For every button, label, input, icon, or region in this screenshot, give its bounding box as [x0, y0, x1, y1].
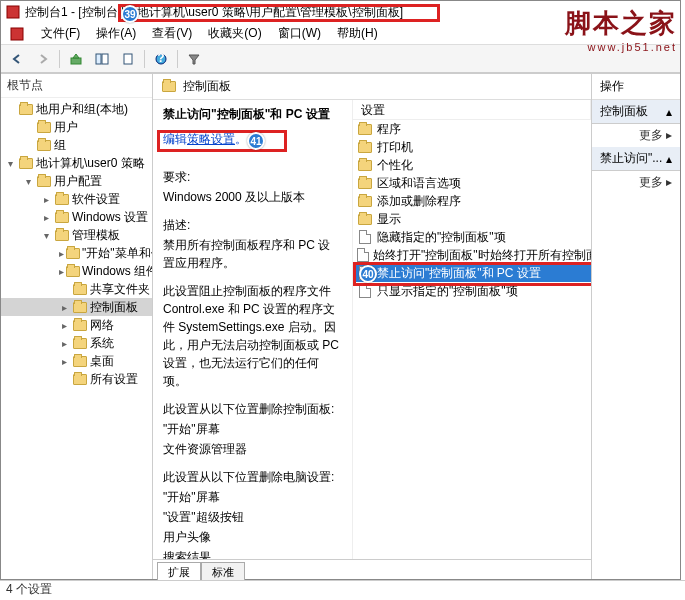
tree-item[interactable]: ▾管理模板	[1, 226, 152, 244]
tree-item[interactable]: 共享文件夹	[1, 280, 152, 298]
tree-item[interactable]: ▸Windows 组件	[1, 262, 152, 280]
forward-button[interactable]	[31, 48, 55, 70]
tab-standard[interactable]: 标准	[201, 562, 245, 580]
tree-item[interactable]: ▸Windows 设置	[1, 208, 152, 226]
policy-icon	[357, 283, 373, 299]
tree-item[interactable]: 地用户和组(本地)	[1, 100, 152, 118]
expand-icon[interactable]: ▸	[59, 266, 64, 277]
back-button[interactable]	[5, 48, 29, 70]
requirements-value: Windows 2000 及以上版本	[163, 188, 342, 206]
tree-item[interactable]: ▸"开始"菜单和任务栏	[1, 244, 152, 262]
setting-item[interactable]: 隐藏指定的"控制面板"项	[353, 228, 591, 246]
svg-rect-4	[102, 54, 108, 64]
help-button[interactable]: ?	[149, 48, 173, 70]
menu-window[interactable]: 窗口(W)	[278, 25, 321, 42]
items-column-header[interactable]: 设置	[353, 100, 591, 119]
expand-icon[interactable]: ▸	[59, 302, 70, 313]
tree-item[interactable]: 所有设置	[1, 370, 152, 388]
export-button[interactable]	[116, 48, 140, 70]
expand-icon[interactable]: ▸	[41, 212, 52, 223]
setting-item-label: 只显示指定的"控制面板"项	[377, 283, 518, 300]
expand-icon[interactable]: ▸	[59, 248, 64, 259]
folder-icon	[66, 263, 80, 279]
expand-icon[interactable]: ▾	[5, 158, 16, 169]
actions-section-1[interactable]: 控制面板▴	[592, 100, 680, 124]
setting-item[interactable]: 个性化	[353, 156, 591, 174]
filter-button[interactable]	[182, 48, 206, 70]
folder-icon	[36, 119, 52, 135]
actions-more-1[interactable]: 更多 ▸	[592, 124, 680, 147]
center-pane: 控制面板 禁止访问"控制面板"和 PC 设置 编辑策略设置。 41 要求: Wi…	[153, 74, 592, 579]
up-button[interactable]	[64, 48, 88, 70]
expand-icon[interactable]	[23, 140, 34, 151]
tree-header: 根节点	[1, 74, 152, 98]
folder-icon	[36, 137, 52, 153]
setting-item[interactable]: 程序	[353, 120, 591, 138]
menu-view[interactable]: 查看(V)	[152, 25, 192, 42]
desc-p3b: 文件资源管理器	[163, 440, 342, 458]
tab-extended[interactable]: 扩展	[157, 562, 201, 580]
tree-item-label: 地计算机\user0 策略	[36, 155, 145, 172]
folder-icon	[357, 121, 373, 137]
tree-item-label: 用户	[54, 119, 78, 136]
expand-icon[interactable]	[59, 284, 70, 295]
folder-icon	[357, 139, 373, 155]
chevron-right-icon: ▸	[666, 175, 672, 189]
expand-icon[interactable]	[59, 374, 70, 385]
menu-favorites[interactable]: 收藏夹(O)	[208, 25, 261, 42]
collapse-icon: ▴	[666, 105, 672, 119]
actions-pane: 操作 控制面板▴ 更多 ▸ 禁止访问"...▴ 更多 ▸	[592, 74, 680, 579]
menubar: 文件(F) 操作(A) 查看(V) 收藏夹(O) 窗口(W) 帮助(H)	[1, 23, 680, 45]
expand-icon[interactable]: ▸	[41, 194, 52, 205]
setting-item[interactable]: 只显示指定的"控制面板"项	[353, 282, 591, 300]
expand-icon[interactable]: ▸	[59, 356, 70, 367]
setting-item[interactable]: 区域和语言选项	[353, 174, 591, 192]
list-header-title: 控制面板	[183, 78, 231, 95]
tree-item-label: 桌面	[90, 353, 114, 370]
desc-p2: 此设置阻止控制面板的程序文件 Control.exe 和 PC 设置的程序文件 …	[163, 282, 342, 390]
desc-p4: 此设置从以下位置删除电脑设置:	[163, 468, 342, 486]
expand-icon[interactable]	[23, 122, 34, 133]
expand-icon[interactable]: ▾	[41, 230, 52, 241]
tree-item[interactable]: 用户	[1, 118, 152, 136]
tree-item[interactable]: 组	[1, 136, 152, 154]
setting-item-label: 显示	[377, 211, 401, 228]
actions-section-2[interactable]: 禁止访问"...▴	[592, 147, 680, 171]
folder-icon	[54, 191, 70, 207]
expand-icon[interactable]: ▸	[59, 320, 70, 331]
tree-item[interactable]: ▸网络	[1, 316, 152, 334]
setting-item-label: 隐藏指定的"控制面板"项	[377, 229, 506, 246]
policy-icon	[357, 229, 373, 245]
tree-item[interactable]: ▸软件设置	[1, 190, 152, 208]
tree-item[interactable]: ▾用户配置	[1, 172, 152, 190]
setting-title: 禁止访问"控制面板"和 PC 设置	[163, 106, 342, 123]
policy-icon	[357, 247, 369, 263]
setting-item[interactable]: 添加或删除程序	[353, 192, 591, 210]
tree-item[interactable]: ▸系统	[1, 334, 152, 352]
menu-action[interactable]: 操作(A)	[96, 25, 136, 42]
menu-help[interactable]: 帮助(H)	[337, 25, 378, 42]
setting-item[interactable]: 禁止访问"控制面板"和 PC 设置	[353, 264, 591, 282]
actions-more-2[interactable]: 更多 ▸	[592, 171, 680, 194]
show-hide-button[interactable]	[90, 48, 114, 70]
folder-icon	[18, 155, 34, 171]
folder-icon	[72, 299, 88, 315]
tree-item[interactable]: ▸控制面板	[1, 298, 152, 316]
tree-item[interactable]: ▸桌面	[1, 352, 152, 370]
expand-icon[interactable]: ▾	[23, 176, 34, 187]
setting-item-label: 添加或删除程序	[377, 193, 461, 210]
setting-item[interactable]: 打印机	[353, 138, 591, 156]
expand-icon[interactable]	[5, 104, 16, 115]
menu-file[interactable]: 文件(F)	[41, 25, 80, 42]
setting-item[interactable]: 显示	[353, 210, 591, 228]
folder-icon	[357, 157, 373, 173]
edit-policy-link[interactable]: 编辑策略设置。	[163, 131, 247, 148]
tree-item-label: Windows 组件	[82, 263, 153, 280]
tree-item[interactable]: ▾地计算机\user0 策略	[1, 154, 152, 172]
desc-p1: 禁用所有控制面板程序和 PC 设置应用程序。	[163, 236, 342, 272]
expand-icon[interactable]: ▸	[59, 338, 70, 349]
setting-item[interactable]: 始终打开"控制面板"时始终打开所有控制面板项	[353, 246, 591, 264]
menu-app-icon	[9, 26, 25, 42]
setting-item-label: 始终打开"控制面板"时始终打开所有控制面板项	[373, 247, 591, 264]
view-tabs: 扩展 标准	[153, 559, 591, 579]
